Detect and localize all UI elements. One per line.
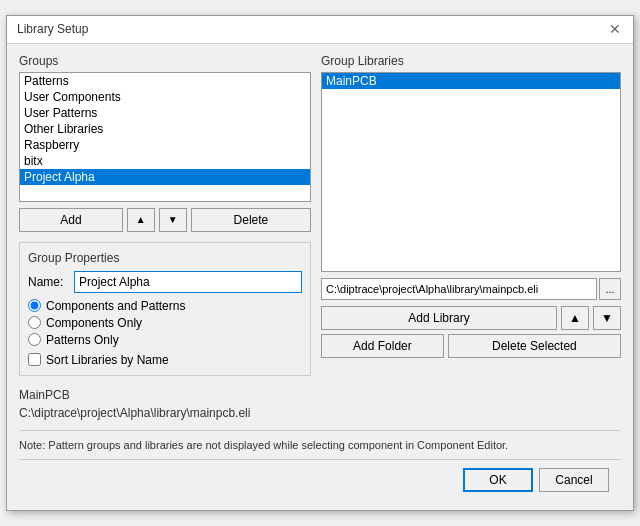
right-btn-row2: Add Folder Delete Selected bbox=[321, 334, 621, 358]
groups-label: Groups bbox=[19, 54, 311, 68]
ok-button[interactable]: OK bbox=[463, 468, 533, 492]
browse-button[interactable]: ... bbox=[599, 278, 621, 300]
radio-comp-only-label: Components Only bbox=[46, 316, 142, 330]
left-panel: Groups Patterns User Components User Pat… bbox=[19, 54, 311, 376]
sort-checkbox-row[interactable]: Sort Libraries by Name bbox=[28, 353, 302, 367]
cancel-button[interactable]: Cancel bbox=[539, 468, 609, 492]
radio-pat-only[interactable]: Patterns Only bbox=[28, 333, 302, 347]
add-library-button[interactable]: Add Library bbox=[321, 306, 557, 330]
list-item[interactable]: Patterns bbox=[20, 73, 310, 89]
radio-comp-only[interactable]: Components Only bbox=[28, 316, 302, 330]
delete-group-button[interactable]: Delete bbox=[191, 208, 311, 232]
radio-pat-only-label: Patterns Only bbox=[46, 333, 119, 347]
list-item[interactable]: bitx bbox=[20, 153, 310, 169]
group-libraries-listbox[interactable]: MainPCB bbox=[321, 72, 621, 272]
sort-checkbox[interactable] bbox=[28, 353, 41, 366]
path-input[interactable] bbox=[321, 278, 597, 300]
radio-comp-and-pat[interactable]: Components and Patterns bbox=[28, 299, 302, 313]
groups-listbox-wrapper: Patterns User Components User Patterns O… bbox=[19, 72, 311, 202]
library-setup-dialog: Library Setup ✕ Groups Patterns User Com… bbox=[6, 15, 634, 512]
move-up-button[interactable]: ▲ bbox=[127, 208, 155, 232]
add-folder-button[interactable]: Add Folder bbox=[321, 334, 444, 358]
title-bar: Library Setup ✕ bbox=[7, 16, 633, 44]
list-item[interactable]: Raspberry bbox=[20, 137, 310, 153]
dialog-title: Library Setup bbox=[17, 22, 88, 36]
lib-move-down-button[interactable]: ▼ bbox=[593, 306, 621, 330]
main-row: Groups Patterns User Components User Pat… bbox=[19, 54, 621, 376]
right-panel: Group Libraries MainPCB ... Add Library … bbox=[321, 54, 621, 376]
group-libraries-label: Group Libraries bbox=[321, 54, 621, 68]
footer-bar: OK Cancel bbox=[19, 459, 621, 500]
note-section: Note: Pattern groups and libraries are n… bbox=[19, 430, 621, 454]
dialog-body: Groups Patterns User Components User Pat… bbox=[7, 44, 633, 511]
info-line1: MainPCB bbox=[19, 386, 621, 404]
group-properties-title: Group Properties bbox=[28, 251, 302, 265]
list-item[interactable]: User Patterns bbox=[20, 105, 310, 121]
sort-label: Sort Libraries by Name bbox=[46, 353, 169, 367]
groups-btn-row: Add ▲ ▼ Delete bbox=[19, 208, 311, 232]
group-properties-section: Group Properties Name: Components and Pa… bbox=[19, 242, 311, 376]
note-text: Note: Pattern groups and libraries are n… bbox=[19, 437, 621, 454]
info-section: MainPCB C:\diptrace\project\Alpha\librar… bbox=[19, 386, 621, 422]
radio-comp-and-pat-label: Components and Patterns bbox=[46, 299, 185, 313]
delete-selected-button[interactable]: Delete Selected bbox=[448, 334, 621, 358]
lib-move-up-button[interactable]: ▲ bbox=[561, 306, 589, 330]
info-line2: C:\diptrace\project\Alpha\library\mainpc… bbox=[19, 404, 621, 422]
path-row: ... bbox=[321, 278, 621, 300]
list-item-selected[interactable]: Project Alpha bbox=[20, 169, 310, 185]
name-row: Name: bbox=[28, 271, 302, 293]
name-input[interactable] bbox=[74, 271, 302, 293]
name-label: Name: bbox=[28, 275, 68, 289]
library-item-selected[interactable]: MainPCB bbox=[322, 73, 620, 89]
right-btn-row1: Add Library ▲ ▼ bbox=[321, 306, 621, 330]
add-group-button[interactable]: Add bbox=[19, 208, 123, 232]
groups-listbox[interactable]: Patterns User Components User Patterns O… bbox=[19, 72, 311, 202]
list-item[interactable]: Other Libraries bbox=[20, 121, 310, 137]
list-item[interactable]: User Components bbox=[20, 89, 310, 105]
radio-group: Components and Patterns Components Only … bbox=[28, 299, 302, 347]
close-button[interactable]: ✕ bbox=[607, 21, 623, 37]
move-down-button[interactable]: ▼ bbox=[159, 208, 187, 232]
